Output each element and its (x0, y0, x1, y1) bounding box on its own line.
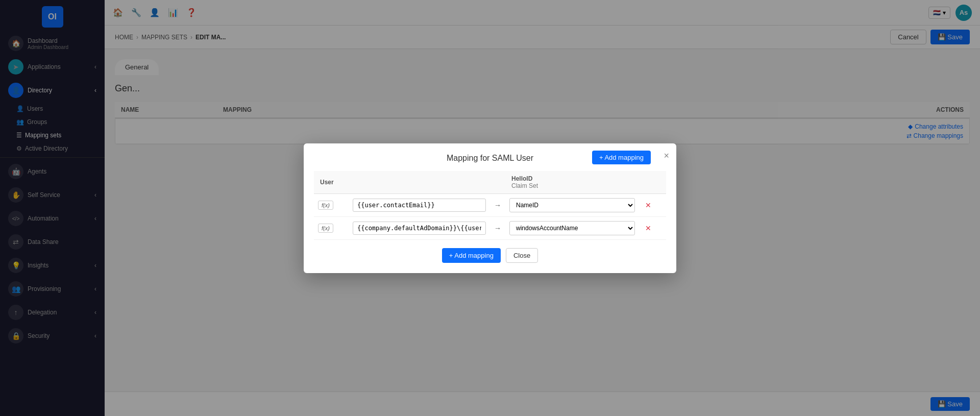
arrow-cell-2: → (490, 216, 505, 239)
col-user-header: User (314, 171, 490, 194)
claim-select-cell-1: NameID email upn (505, 193, 639, 216)
remove-cell-1: ✕ (639, 193, 667, 216)
fx-badge-cell-2: f(x) (314, 216, 349, 239)
claim-select-1[interactable]: NameID email upn (509, 198, 635, 212)
modal-overlay[interactable]: Mapping for SAML User + Add mapping × Us… (0, 0, 980, 416)
mapping-table: User HelloID Claim Set f(x) (314, 171, 666, 240)
arrow-cell-1: → (490, 193, 505, 216)
mapping-rows: f(x) → NameID email upn (314, 193, 666, 239)
expression-cell-1 (349, 193, 490, 216)
modal-mapping: Mapping for SAML User + Add mapping × Us… (304, 143, 676, 273)
remove-row-1-button[interactable]: ✕ (643, 200, 653, 210)
expression-input-1[interactable] (353, 199, 486, 212)
modal-close-btn-footer[interactable]: Close (506, 248, 538, 263)
modal-add-mapping-btn-top[interactable]: + Add mapping (592, 151, 651, 164)
col-arrow-header (490, 171, 505, 194)
remove-row-2-button[interactable]: ✕ (643, 223, 653, 233)
modal-footer: + Add mapping Close (314, 248, 666, 263)
fx-badge-2: f(x) (318, 224, 333, 233)
claim-select-cell-2: windowsAccountName upn email (505, 216, 639, 239)
mapping-table-head: User HelloID Claim Set (314, 171, 666, 194)
modal-add-mapping-btn-footer[interactable]: + Add mapping (442, 248, 501, 263)
claim-select-2[interactable]: windowsAccountName upn email (509, 221, 635, 235)
mapping-row-1: f(x) → NameID email upn (314, 193, 666, 216)
expression-input-2[interactable] (353, 222, 486, 235)
mapping-row-2: f(x) → windowsAccountName upn email (314, 216, 666, 239)
modal-header: Mapping for SAML User + Add mapping × (314, 154, 666, 163)
modal-close-button[interactable]: × (664, 151, 669, 161)
remove-cell-2: ✕ (639, 216, 667, 239)
fx-badge-1: f(x) (318, 201, 333, 210)
fx-badge-cell-1: f(x) (314, 193, 349, 216)
expression-cell-2 (349, 216, 490, 239)
col-helloid-header: HelloID Claim Set (505, 171, 666, 194)
